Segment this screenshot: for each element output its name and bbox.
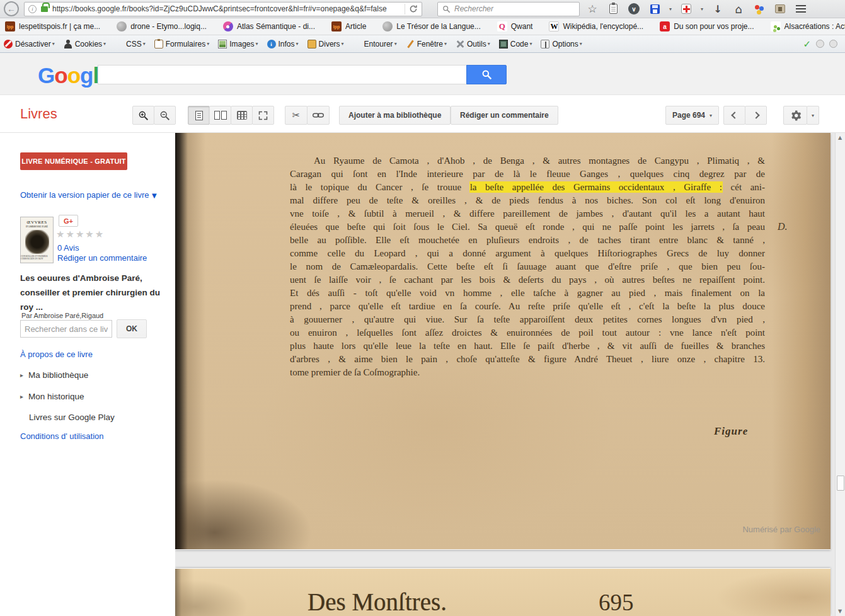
- two-page-view-button[interactable]: [209, 106, 231, 125]
- zoom-in-button[interactable]: [132, 106, 154, 125]
- bookmark-item[interactable]: Atlas Sémantique - di...: [223, 21, 315, 31]
- fullscreen-icon: [258, 111, 268, 120]
- zoom-out-button[interactable]: [154, 106, 176, 125]
- books-brand[interactable]: Livres: [20, 106, 57, 122]
- rating-stars[interactable]: ★★★★★: [56, 229, 105, 240]
- devbar-menu-css[interactable]: CSS▾: [115, 40, 146, 48]
- antivirus-addon-icon[interactable]: [680, 3, 693, 15]
- bookmark-item[interactable]: Article: [331, 21, 366, 31]
- save-session-icon[interactable]: [648, 3, 661, 15]
- back-button[interactable]: ←: [4, 1, 19, 16]
- bookmark-item[interactable]: Qwant: [497, 21, 533, 31]
- book-text-line: Et dés auſſi - toſt qu'elle void vn homm…: [290, 287, 765, 300]
- ebook-badge[interactable]: LIVRE NUMÉRIQUE - GRATUIT: [20, 152, 127, 170]
- settings-button[interactable]: [783, 106, 807, 125]
- search-in-book-input[interactable]: [20, 320, 112, 338]
- google-search-button[interactable]: [466, 65, 507, 84]
- terms-link[interactable]: Conditions d' utilisation: [20, 430, 104, 442]
- devbar-menu-formulaires[interactable]: Formulaires▾: [154, 40, 209, 48]
- save-dropdown-caret-icon[interactable]: ▾: [669, 6, 672, 12]
- bookmark-label: drone - Etymo...logiq...: [130, 22, 207, 31]
- about-book-link[interactable]: À propos de ce livre: [20, 348, 93, 360]
- bookmark-item[interactable]: Alsacréations : Actuali...: [771, 21, 845, 31]
- book-viewer[interactable]: Au Ryaume de Camota , d'Ahob , de Benga …: [175, 133, 835, 616]
- devbar-menu-options[interactable]: Options▾: [541, 40, 582, 48]
- downloads-icon[interactable]: ↓: [711, 3, 724, 15]
- scrollbar-thumb[interactable]: [837, 476, 844, 491]
- devbar-menu-divers[interactable]: Divers▾: [308, 40, 344, 48]
- hamburger-icon: [796, 5, 806, 13]
- devbar-menu-cookies[interactable]: Cookies▾: [64, 40, 106, 48]
- browser-search-field[interactable]: Rechercher: [437, 2, 580, 16]
- margin-letter: D.: [778, 221, 788, 232]
- get-print-link[interactable]: Obtenir la version papier de ce livre ▼: [20, 189, 157, 200]
- bookmark-item[interactable]: lespetitspois.fr | ça me...: [5, 21, 100, 31]
- addon-package-icon[interactable]: [774, 3, 786, 15]
- bookmark-star-icon[interactable]: ☆: [586, 3, 599, 15]
- devbar-menu-label: Formulaires: [166, 40, 205, 48]
- devbar-menu-images[interactable]: Images▾: [218, 40, 258, 48]
- about-book-label: À propos de ce livre: [20, 350, 93, 359]
- devbar-indicator-icon[interactable]: [816, 40, 824, 48]
- scroll-down-icon[interactable]: ▼: [838, 608, 842, 614]
- devbar-menu-code[interactable]: Code▾: [499, 40, 532, 48]
- add-to-library-button[interactable]: Ajouter à ma bibliothèque: [339, 106, 451, 125]
- thumbnail-view-button[interactable]: [231, 106, 253, 125]
- addon-pinwheel-icon[interactable]: [753, 3, 766, 15]
- devbar-menu-outils[interactable]: Outils▾: [456, 40, 490, 48]
- book-text-line: ou enuiron , leſquelles ſont aſſez droic…: [290, 326, 765, 339]
- single-page-view-button[interactable]: [188, 106, 210, 125]
- url-text[interactable]: https://books.google.fr/books?id=ZjCz9uC…: [52, 4, 405, 13]
- chevron-left-icon: [731, 111, 738, 118]
- sidebar-item-my-history[interactable]: ▸ Mon historique: [20, 392, 84, 401]
- page-selector-button[interactable]: Page 694 ▾: [665, 106, 719, 125]
- bookmark-item[interactable]: Du son pour vos proje...: [660, 21, 754, 31]
- write-review-button[interactable]: Rédiger un commentaire: [451, 106, 558, 125]
- scissors-icon: ✂: [292, 110, 301, 121]
- bookmark-item[interactable]: drone - Etymo...logiq...: [117, 21, 207, 31]
- book-cover-thumbnail[interactable]: ŒVVRES D'AMBROISE PARÉ CONSEILLER ET PRE…: [20, 217, 54, 263]
- devbar-indicator2-icon[interactable]: [829, 40, 837, 48]
- google-search-input[interactable]: [98, 65, 466, 84]
- search-ok-button[interactable]: OK: [117, 319, 147, 338]
- validation-check-icon[interactable]: ✓: [803, 38, 811, 50]
- fullscreen-button[interactable]: [252, 106, 274, 125]
- devbar-menu-dsactiver[interactable]: Désactiver▾: [4, 40, 55, 48]
- scanned-page-695[interactable]: Des Monſtres. 695: [175, 569, 831, 616]
- scroll-up-icon[interactable]: ▲: [838, 135, 842, 140]
- sidebar-write-review-link[interactable]: Rédiger un commentaire: [57, 252, 147, 263]
- next-page-button[interactable]: [745, 106, 767, 125]
- bookmark-item[interactable]: Le Trésor de la Langue...: [382, 21, 480, 31]
- page-info-icon[interactable]: i: [28, 5, 37, 13]
- devbar-menu-infos[interactable]: Infos▾: [267, 40, 299, 48]
- sidebar-item-google-play[interactable]: Livres sur Google Play: [29, 413, 115, 422]
- cover-footer: CONSEILLER ET PREMIER CHIRVRGIEN DV ROY: [21, 255, 53, 260]
- sidebar-item-my-library[interactable]: ▸ Ma bibliothèque: [20, 370, 88, 380]
- home-icon[interactable]: ⌂: [732, 3, 745, 15]
- caret-down-icon: ▾: [52, 41, 55, 47]
- caret-down-icon: ▾: [207, 41, 209, 47]
- caret-down-icon: ▾: [529, 41, 532, 47]
- triangle-down-icon: ▼: [152, 192, 157, 199]
- devbar-menu-fentre[interactable]: Fenêtre▾: [406, 40, 447, 48]
- caret-down-icon: ▾: [256, 41, 258, 47]
- book-byline: Par Ambroise Paré,Rigaud: [21, 312, 103, 319]
- antivirus-dropdown-caret-icon[interactable]: ▾: [701, 6, 703, 12]
- url-bar[interactable]: i https://books.google.fr/books?id=ZjCz9…: [24, 2, 422, 16]
- clipboard-icon[interactable]: [607, 3, 619, 15]
- reload-button[interactable]: [405, 4, 418, 14]
- code-icon: [499, 40, 508, 48]
- menu-button[interactable]: [795, 3, 807, 15]
- scanned-page-694[interactable]: Au Ryaume de Camota , d'Ahob , de Benga …: [175, 133, 831, 549]
- clip-button[interactable]: ✂: [285, 106, 308, 125]
- chapter-header: Des Monſtres.: [308, 588, 447, 616]
- devbar-menu-entourer[interactable]: Entourer▾: [353, 40, 397, 48]
- thumbnail-grid-icon: [237, 111, 247, 120]
- gplus-share-button[interactable]: G+: [59, 215, 78, 227]
- settings-caret-button[interactable]: ▾: [807, 106, 819, 125]
- link-button[interactable]: [307, 106, 330, 125]
- previous-page-button[interactable]: [723, 106, 745, 125]
- bookmark-item[interactable]: Wikipédia, l'encyclopé...: [549, 21, 643, 31]
- pocket-icon[interactable]: ∨: [628, 3, 640, 15]
- vertical-scrollbar[interactable]: ▲ ▼: [835, 133, 845, 616]
